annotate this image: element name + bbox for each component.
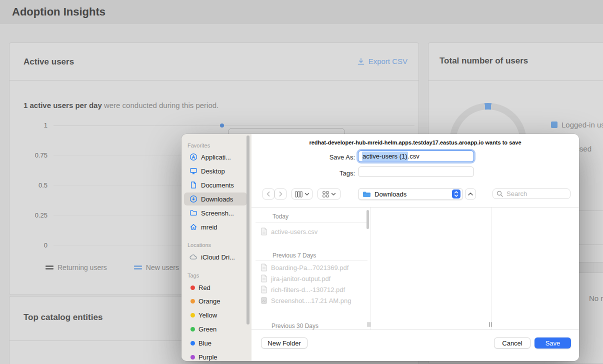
sidebar-item-icloud[interactable]: iCloud Dri... bbox=[184, 250, 247, 264]
file-name: rich-filters-d...-130712.pdf bbox=[271, 286, 345, 294]
sidebar-item-label: Blue bbox=[198, 340, 212, 347]
file-name: jira-janitor-output.pdf bbox=[271, 275, 330, 282]
save-button[interactable]: Save bbox=[534, 338, 571, 348]
chevron-right-icon bbox=[277, 190, 284, 198]
chevron-down-icon bbox=[331, 192, 336, 196]
sidebar-item-desktop[interactable]: Desktop bbox=[184, 164, 247, 178]
columns-icon bbox=[295, 191, 302, 198]
no-results-text: No results found bbox=[589, 294, 603, 302]
sidebar-section-header: Locations bbox=[188, 242, 211, 248]
legend-returning-users: Returning users bbox=[46, 264, 107, 272]
group-view-button[interactable] bbox=[318, 188, 340, 200]
file-group-header: Previous 7 Days bbox=[272, 252, 316, 259]
sidebar-section-header: Tags bbox=[188, 272, 199, 278]
file-group-header: Today bbox=[272, 213, 288, 220]
sidebar-item-downloads[interactable]: Downloads bbox=[184, 192, 247, 206]
legend-label: New users bbox=[146, 264, 179, 272]
file-name: Boarding-Pa...7021369.pdf bbox=[271, 264, 348, 272]
sidebar-item-label: iCloud Dri... bbox=[201, 254, 235, 261]
chart-legend: Returning users New users bbox=[46, 264, 179, 272]
tag-dot-icon bbox=[190, 355, 195, 360]
cancel-button[interactable]: Cancel bbox=[494, 338, 530, 348]
sidebar-tag-orange[interactable]: Orange bbox=[184, 294, 247, 308]
column-divider[interactable] bbox=[370, 208, 370, 330]
pdf-file-icon bbox=[260, 274, 268, 282]
tag-dot-icon bbox=[190, 286, 195, 290]
pdf-file-icon bbox=[260, 286, 268, 294]
desktop-icon bbox=[190, 167, 198, 175]
tags-label: Tags: bbox=[300, 170, 355, 177]
file-column-scrollbar[interactable] bbox=[366, 210, 369, 229]
file-group-header: Previous 30 Days bbox=[272, 322, 318, 330]
tags-input[interactable] bbox=[358, 166, 474, 177]
save-dialog-main: redhat-developer-hub-mreid-helm.apps.tes… bbox=[252, 134, 579, 361]
export-csv-label: Export CSV bbox=[368, 57, 408, 66]
chart-summary: 1 active users per day were conducted du… bbox=[24, 101, 218, 110]
dropdown-stepper-icon bbox=[452, 190, 460, 198]
tag-dot-icon bbox=[190, 313, 195, 318]
cloud-icon bbox=[190, 253, 198, 261]
column-view-button[interactable] bbox=[292, 188, 312, 200]
y-axis-tick: 0 bbox=[24, 242, 48, 249]
sidebar-item-label: Desktop bbox=[201, 168, 225, 175]
card-divider bbox=[428, 80, 603, 81]
filename-input[interactable]: active-users (1).csv bbox=[358, 150, 474, 162]
file-name: active-users.csv bbox=[271, 228, 318, 236]
back-button[interactable] bbox=[262, 188, 274, 200]
tag-dot-icon bbox=[190, 299, 195, 304]
group-divider bbox=[256, 222, 368, 223]
sidebar-tag-green[interactable]: Green bbox=[184, 322, 247, 336]
sidebar-item-label: Orange bbox=[198, 298, 220, 305]
chart-data-point bbox=[220, 124, 224, 128]
sidebar-item-label: Green bbox=[198, 326, 216, 333]
csv-file-icon bbox=[260, 228, 268, 236]
sidebar-section-header: Favorites bbox=[188, 142, 210, 148]
download-icon bbox=[357, 58, 365, 66]
folder-icon bbox=[362, 191, 371, 198]
file-name: Screenshot....17.21 AM.png bbox=[271, 297, 351, 304]
sidebar-tag-purple[interactable]: Purple bbox=[184, 350, 247, 361]
finder-sidebar: Favorites Applicati... Desktop Documents bbox=[182, 134, 252, 361]
filename-extension-text: .csv bbox=[408, 152, 420, 160]
column-divider[interactable] bbox=[492, 208, 492, 330]
sidebar-item-screenshots[interactable]: Screensh... bbox=[184, 206, 247, 220]
top-catalog-title: Top catalog entities bbox=[24, 312, 102, 322]
column-resize-handle[interactable] bbox=[489, 322, 492, 327]
pdf-file-icon bbox=[260, 264, 268, 272]
sidebar-tag-red[interactable]: Red bbox=[184, 281, 247, 294]
home-icon bbox=[190, 223, 198, 231]
save-dialog: Favorites Applicati... Desktop Documents bbox=[182, 134, 579, 361]
export-csv-button[interactable]: Export CSV bbox=[357, 57, 408, 66]
active-users-title: Active users bbox=[24, 57, 74, 67]
filename-selected-text: active-users (1) bbox=[362, 152, 408, 161]
search-input[interactable] bbox=[506, 190, 566, 198]
chevron-up-icon bbox=[468, 192, 474, 196]
location-dropdown[interactable]: Downloads bbox=[358, 188, 463, 200]
chart-gridline bbox=[54, 126, 414, 126]
y-axis-tick: 0.75 bbox=[24, 152, 48, 159]
expand-panel-button[interactable] bbox=[465, 188, 476, 200]
image-file-icon bbox=[260, 296, 268, 304]
returning-users-swatch-icon bbox=[46, 266, 54, 270]
column-resize-handle[interactable] bbox=[368, 322, 370, 327]
sidebar-item-documents[interactable]: Documents bbox=[184, 178, 247, 192]
document-icon bbox=[190, 181, 198, 189]
save-as-label: Save As: bbox=[300, 154, 355, 161]
sidebar-tag-yellow[interactable]: Yellow bbox=[184, 308, 247, 322]
sidebar-item-home[interactable]: mreid bbox=[184, 220, 247, 234]
sidebar-item-label: Purple bbox=[198, 354, 218, 361]
forward-button[interactable] bbox=[274, 188, 286, 200]
sidebar-scrollbar[interactable] bbox=[246, 136, 250, 324]
sidebar-item-label: mreid bbox=[201, 224, 218, 231]
sidebar-item-applications[interactable]: Applicati... bbox=[184, 150, 247, 164]
legend-logged-in-users: Logged-in users bbox=[551, 120, 603, 129]
folder-icon bbox=[190, 209, 198, 217]
search-field[interactable] bbox=[492, 188, 570, 199]
sidebar-item-label: Documents bbox=[201, 182, 234, 189]
app-store-icon bbox=[190, 153, 198, 161]
sidebar-item-label: Screensh... bbox=[201, 210, 234, 217]
new-folder-button[interactable]: New Folder bbox=[261, 338, 308, 348]
downloads-icon bbox=[190, 195, 198, 203]
sidebar-item-label: Downloads bbox=[201, 196, 233, 203]
sidebar-tag-blue[interactable]: Blue bbox=[184, 336, 247, 350]
